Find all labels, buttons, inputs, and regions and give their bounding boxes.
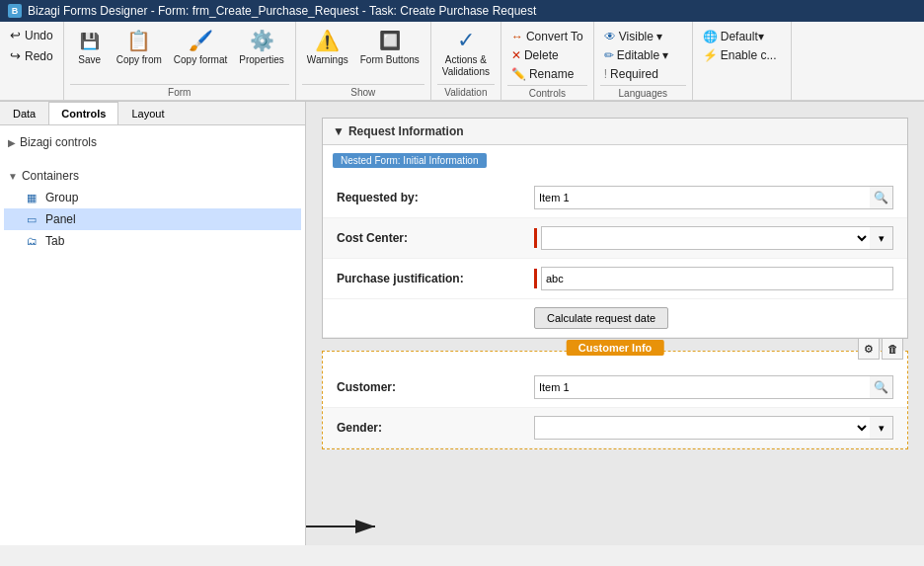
copy-from-icon: 📋 — [127, 29, 151, 52]
cost-center-dropdown-icon[interactable]: ▾ — [870, 226, 893, 250]
tab-label: Tab — [45, 234, 64, 248]
rename-button[interactable]: ✏️ Rename — [507, 65, 587, 83]
actions-validations-button[interactable]: ✓ Actions &Validations — [437, 26, 495, 81]
convert-to-button[interactable]: ↔ Convert To — [507, 28, 587, 45]
editable-button[interactable]: ✏ Editable ▾ — [600, 46, 672, 64]
tab-controls[interactable]: Controls — [48, 102, 118, 124]
warnings-label: Warnings — [307, 54, 348, 66]
customer-search-button[interactable]: 🔍 — [870, 375, 893, 399]
customer-row: Customer: 🔍 — [323, 367, 907, 408]
undo-button[interactable]: ↩ Undo — [6, 26, 57, 44]
delete-label: Delete — [524, 48, 559, 62]
required-label: Required — [610, 67, 658, 81]
copy-from-label: Copy from — [116, 54, 162, 66]
ribbon-group-validation: ✓ Actions &Validations Validation — [431, 22, 501, 100]
customer-label: Customer: — [337, 380, 534, 394]
rename-label: Rename — [529, 67, 574, 81]
requested-by-input[interactable] — [534, 186, 870, 209]
gender-dropdown-icon[interactable]: ▾ — [870, 416, 893, 440]
convert-to-icon: ↔ — [511, 30, 523, 43]
redo-icon: ↪ — [10, 48, 21, 63]
customer-panel-actions: ⚙ 🗑 — [858, 338, 903, 360]
enable-button[interactable]: ⚡ Enable c... — [699, 46, 781, 64]
ribbon-groups: ↩ Undo ↪ Redo 💾 Save 📋 Copy from 🖌 — [0, 22, 924, 101]
bizagi-chevron-icon: ▶ — [8, 137, 16, 148]
purchase-justification-control — [534, 267, 893, 290]
request-info-header: ▼ Request Information — [323, 119, 907, 145]
right-buttons-row: 🌐 Default▾ ⚡ Enable c... — [699, 26, 785, 98]
visible-button[interactable]: 👁 Visible ▾ — [600, 28, 672, 45]
show-buttons-row: ⚠️ Warnings 🔲 Form Buttons — [302, 26, 424, 82]
properties-button[interactable]: ⚙️ Properties — [234, 26, 289, 69]
properties-icon: ⚙️ — [250, 29, 273, 52]
content-area: ▼ Request Information Nested Form: Initi… — [306, 102, 924, 545]
nested-form-label: Nested Form: Initial Information — [333, 153, 487, 168]
required-button[interactable]: ! Required — [600, 65, 672, 83]
bizagi-controls-header[interactable]: ▶ Bizagi controls — [4, 131, 301, 153]
gender-select[interactable] — [534, 416, 870, 440]
title-bar: B Bizagi Forms Designer - Form: frm_Crea… — [0, 0, 924, 22]
containers-label: Containers — [22, 169, 79, 183]
requested-by-search-button[interactable]: 🔍 — [870, 186, 893, 209]
tab-icon: 🗂 — [24, 233, 39, 249]
save-icon: 💾 — [78, 29, 102, 52]
request-info-section: ▼ Request Information Nested Form: Initi… — [322, 118, 908, 339]
list-item-panel[interactable]: ▭ Panel — [4, 208, 301, 230]
redo-label: Redo — [25, 49, 53, 63]
left-panel: Data Controls Layout ▶ Bizagi controls ▼… — [0, 102, 306, 545]
purchase-justification-input[interactable] — [541, 267, 893, 290]
customer-input[interactable] — [534, 375, 870, 399]
validation-buttons-row: ✓ Actions &Validations — [437, 26, 495, 82]
ribbon-group-controls: ↔ Convert To ✕ Delete ✏️ Rename Controls — [501, 22, 594, 100]
justification-required-indicator — [534, 269, 537, 288]
customer-panel-title: Customer Info — [567, 340, 664, 356]
delete-button[interactable]: ✕ Delete — [507, 46, 587, 64]
group-label: Group — [45, 191, 78, 204]
list-item-group[interactable]: ▦ Group — [4, 187, 301, 208]
actions-validations-icon: ✓ — [454, 29, 478, 52]
requested-by-label: Requested by: — [337, 191, 534, 204]
ribbon-group-right: 🌐 Default▾ ⚡ Enable c... — [693, 22, 792, 100]
controls-buttons-row: ↔ Convert To ✕ Delete ✏️ Rename — [507, 26, 587, 83]
tab-layout[interactable]: Layout — [118, 102, 177, 124]
ribbon: ↩ Undo ↪ Redo 💾 Save 📋 Copy from 🖌 — [0, 22, 924, 102]
languages-buttons-row: 👁 Visible ▾ ✏ Editable ▾ ! Required — [600, 26, 686, 83]
rename-icon: ✏️ — [511, 67, 526, 81]
actions-validations-label: Actions &Validations — [442, 54, 490, 78]
languages-col: 👁 Visible ▾ ✏ Editable ▾ ! Required — [600, 26, 672, 83]
list-item-tab[interactable]: 🗂 Tab — [4, 230, 301, 252]
collapse-icon: ▼ — [333, 124, 345, 138]
app-icon: B — [8, 4, 22, 18]
customer-info-panel: Customer Info ⚙ 🗑 Customer: 🔍 Gender: — [322, 351, 908, 449]
title-text: Bizagi Forms Designer - Form: frm_Create… — [28, 4, 536, 18]
convert-to-label: Convert To — [526, 30, 583, 43]
containers-chevron-icon: ▼ — [8, 171, 18, 182]
copy-from-button[interactable]: 📋 Copy from — [112, 26, 167, 69]
copy-format-button[interactable]: 🖌️ Copy format — [169, 26, 232, 69]
calc-date-button[interactable]: Calculate request date — [534, 307, 668, 329]
default-button[interactable]: 🌐 Default▾ — [699, 28, 781, 45]
editable-label: Editable — [617, 48, 659, 62]
save-label: Save — [78, 54, 101, 66]
save-button[interactable]: 💾 Save — [70, 26, 110, 69]
panel-label: Panel — [45, 212, 76, 226]
visible-icon: 👁 — [604, 30, 616, 43]
customer-panel-delete-button[interactable]: 🗑 — [882, 338, 903, 360]
tab-data[interactable]: Data — [0, 102, 48, 124]
form-buttons-button[interactable]: 🔲 Form Buttons — [355, 26, 424, 69]
cost-center-label: Cost Center: — [337, 231, 534, 245]
cost-center-select[interactable] — [541, 226, 870, 250]
redo-button[interactable]: ↪ Redo — [6, 46, 57, 65]
undo-redo-group: ↩ Undo ↪ Redo — [0, 22, 64, 100]
customer-content: Customer: 🔍 Gender: ▾ — [323, 352, 907, 448]
calc-control: Calculate request date — [534, 307, 893, 329]
warnings-button[interactable]: ⚠️ Warnings — [302, 26, 353, 69]
containers-header[interactable]: ▼ Containers — [4, 165, 301, 187]
customer-panel-settings-button[interactable]: ⚙ — [858, 338, 880, 360]
ribbon-group-show: ⚠️ Warnings 🔲 Form Buttons Show — [296, 22, 431, 100]
properties-label: Properties — [239, 54, 284, 66]
form-buttons-icon: 🔲 — [378, 29, 402, 52]
requested-by-row: Requested by: 🔍 — [323, 178, 907, 218]
form-group-label: Form — [70, 84, 289, 98]
panel-tabs: Data Controls Layout — [0, 102, 305, 125]
